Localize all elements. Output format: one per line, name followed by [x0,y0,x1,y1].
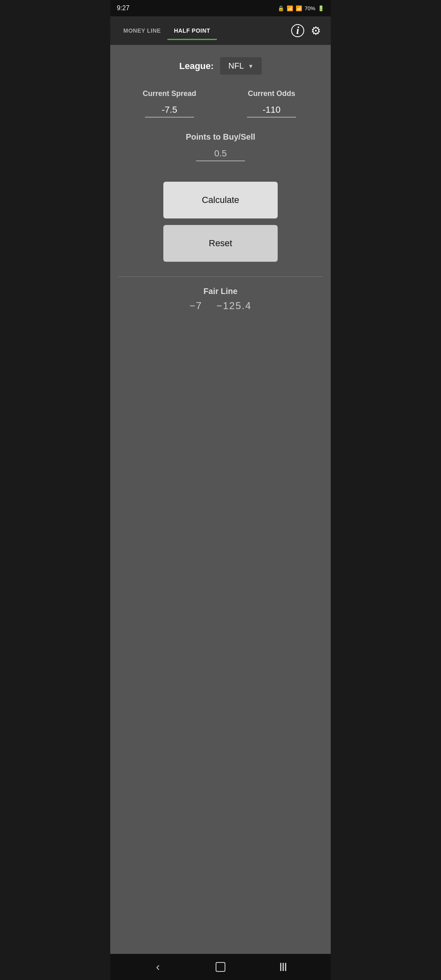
back-button[interactable]: ‹ [148,957,168,977]
bottom-nav: ‹ [110,954,331,980]
current-odds-input[interactable] [247,103,296,118]
signal-icon: 📶 [296,5,302,11]
home-icon [216,962,225,972]
league-selected-value: NFL [228,61,244,71]
league-dropdown[interactable]: NFL ▼ [220,57,262,75]
divider [118,276,323,277]
fair-line-values: −7 −125.4 [189,300,252,312]
battery-text: 70% [305,5,315,11]
main-content: League: NFL ▼ Current Spread Current Odd… [110,45,331,954]
reset-button[interactable]: Reset [163,225,278,262]
fair-line-spread: −7 [189,300,202,311]
recent-apps-button[interactable] [273,957,293,977]
fair-line-odds: −125.4 [216,300,252,311]
points-label: Points to Buy/Sell [186,132,255,142]
top-nav: MONEY LINE HALF POINT i ⚙ [110,16,331,45]
info-button[interactable]: i [288,21,307,40]
battery-icon: 🔋 [318,5,324,11]
dropdown-arrow-icon: ▼ [248,63,254,69]
points-input[interactable] [196,147,245,161]
status-icons: 🔒 📶 📶 70% 🔋 [278,5,324,11]
back-icon: ‹ [156,960,160,973]
fair-line-section: Fair Line −7 −125.4 [189,287,252,312]
settings-icon: ⚙ [311,24,321,38]
tab-money-line[interactable]: MONEY LINE [117,23,167,38]
status-time: 9:27 [117,4,129,12]
status-bar: 9:27 🔒 📶 📶 70% 🔋 [110,0,331,16]
fields-row: Current Spread Current Odds [118,89,323,118]
odds-field-group: Current Odds [220,89,323,118]
fair-line-label: Fair Line [203,287,237,296]
current-odds-label: Current Odds [248,89,295,98]
current-spread-label: Current Spread [143,89,196,98]
calculate-button[interactable]: Calculate [163,182,278,218]
wifi-icon: 📶 [287,5,293,11]
recent-apps-icon [280,963,286,971]
info-icon: i [291,24,304,37]
home-button[interactable] [211,957,230,977]
spread-field-group: Current Spread [118,89,220,118]
tab-half-point[interactable]: HALF POINT [167,23,217,38]
current-spread-input[interactable] [145,103,194,118]
points-section: Points to Buy/Sell [186,132,255,161]
lock-icon: 🔒 [278,5,284,11]
league-label: League: [179,61,214,71]
league-row: League: NFL ▼ [179,57,262,75]
settings-button[interactable]: ⚙ [307,21,324,41]
